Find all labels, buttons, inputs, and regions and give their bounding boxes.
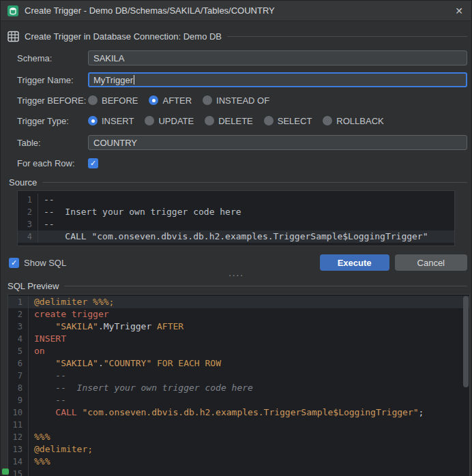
line-number: 2 xyxy=(8,308,29,321)
radio-icon xyxy=(145,116,154,125)
radio-icon xyxy=(149,95,158,105)
radio-icon xyxy=(88,95,98,105)
code-line: 5on xyxy=(8,345,469,357)
cancel-button[interactable]: Cancel xyxy=(395,254,467,271)
schema-label: Schema: xyxy=(17,53,88,63)
code-line: 15 xyxy=(8,468,469,476)
line-text: -- xyxy=(38,218,55,230)
source-editor[interactable]: 1--2-- Insert your own trigger code here… xyxy=(17,190,455,246)
radio-after[interactable]: AFTER xyxy=(149,95,192,106)
sql-preview-label: SQL Preview xyxy=(8,281,59,291)
radio-instead-of[interactable]: INSTEAD OF xyxy=(203,95,269,106)
execute-button[interactable]: Execute xyxy=(320,254,389,271)
trigger-type-row: Trigger Type: INSERT UPDATE DELETE SELEC… xyxy=(17,114,467,128)
line-number: 14 xyxy=(8,456,29,468)
schema-value: SAKILA xyxy=(93,53,125,63)
code-line: 11 xyxy=(8,419,469,431)
code-token: -- xyxy=(34,395,66,405)
code-token: @delimiter; xyxy=(34,444,93,454)
code-token xyxy=(34,358,55,368)
code-token xyxy=(34,321,55,331)
radio-delete[interactable]: DELETE xyxy=(205,116,253,126)
for-each-row-row: For each Row: ✓ xyxy=(17,156,467,170)
code-token: CALL xyxy=(55,407,76,417)
code-token: "SAKILA" xyxy=(55,358,98,368)
trigger-before-row: Trigger BEFORE: BEFORE AFTER INSTEAD OF xyxy=(17,93,467,107)
code-token xyxy=(34,407,55,417)
code-token: AFTER xyxy=(157,321,183,331)
code-line: 12%%% xyxy=(8,431,469,443)
code-token: @delimiter %%%; xyxy=(34,297,114,307)
line-text: on xyxy=(29,345,45,357)
code-token: %%% xyxy=(34,456,50,466)
table-input[interactable]: COUNTRY xyxy=(88,135,467,150)
code-token: -- xyxy=(44,194,55,205)
code-token: %%% xyxy=(34,432,50,442)
code-line: 3-- xyxy=(18,218,454,230)
code-token: . xyxy=(98,358,104,368)
radio-label: BEFORE xyxy=(102,95,138,106)
line-text: INSERT xyxy=(29,333,66,345)
line-number: 7 xyxy=(8,370,29,382)
code-line: 4 CALL "com.onseven.dbvis.db.h2.examples… xyxy=(18,230,454,243)
schema-input[interactable]: SAKILA xyxy=(88,50,467,65)
trigger-name-input[interactable]: MyTrigger xyxy=(88,72,467,87)
code-token: create trigger xyxy=(34,309,109,319)
line-text: -- Insert your own trigger code here xyxy=(29,382,253,394)
app-icon xyxy=(8,5,18,16)
create-trigger-dialog: Create Trigger - Demo DB/Schemas/SAKILA/… xyxy=(0,0,472,476)
line-text: "SAKILA"."COUNTRY" FOR EACH ROW xyxy=(29,357,221,370)
line-number: 4 xyxy=(8,333,29,345)
line-text xyxy=(29,468,34,476)
show-sql-checkbox[interactable]: ✓ xyxy=(9,258,19,268)
table-value: COUNTRY xyxy=(93,138,137,148)
line-number: 1 xyxy=(8,296,29,308)
show-sql-toggle[interactable]: ✓ Show SQL xyxy=(9,258,66,268)
line-text: create trigger xyxy=(29,308,109,321)
radio-icon xyxy=(264,116,274,125)
schema-row: Schema: SAKILA xyxy=(17,50,467,66)
radio-select[interactable]: SELECT xyxy=(264,116,312,126)
radio-update[interactable]: UPDATE xyxy=(145,116,194,126)
line-text: CALL "com.onseven.dbvis.db.h2.examples.T… xyxy=(38,230,428,243)
code-token: -- Insert your own trigger code here xyxy=(34,383,253,393)
line-text: @delimiter %%%; xyxy=(29,296,114,308)
line-text: %%% xyxy=(29,431,50,443)
line-text: -- Insert your own trigger code here xyxy=(38,206,241,218)
scrollbar-thumb[interactable] xyxy=(463,296,469,387)
line-number: 13 xyxy=(8,443,29,456)
actions-bar: ✓ Show SQL Execute Cancel xyxy=(9,254,467,271)
line-number: 2 xyxy=(18,206,38,218)
code-line: 4INSERT xyxy=(8,333,469,345)
line-number: 15 xyxy=(8,468,29,476)
line-number: 8 xyxy=(8,382,29,394)
source-lines: 1--2-- Insert your own trigger code here… xyxy=(18,194,454,243)
trigger-name-value: MyTrigger xyxy=(93,75,133,85)
vertical-scrollbar[interactable] xyxy=(462,295,469,476)
radio-label: SELECT xyxy=(278,116,312,126)
for-each-row-checkbox[interactable]: ✓ xyxy=(88,158,98,168)
code-token: ; xyxy=(419,407,424,417)
code-line: 2-- Insert your own trigger code here xyxy=(18,206,454,218)
radio-insert[interactable]: INSERT xyxy=(88,116,134,126)
code-line: 1@delimiter %%%; xyxy=(8,296,469,308)
line-text: -- xyxy=(29,370,66,382)
line-number: 12 xyxy=(8,431,29,443)
radio-before[interactable]: BEFORE xyxy=(88,95,138,106)
code-token: "COUNTRY" xyxy=(104,358,151,368)
code-line: 13@delimiter; xyxy=(8,443,469,456)
splitter-handle[interactable]: ···· xyxy=(1,272,471,280)
divider-line xyxy=(64,286,467,286)
text-caret xyxy=(134,75,134,85)
close-icon[interactable]: ✕ xyxy=(455,6,463,16)
radio-icon xyxy=(323,116,332,125)
code-line: 3 "SAKILA".MyTrigger AFTER xyxy=(8,321,469,333)
trigger-name-row: Trigger Name: MyTrigger xyxy=(17,72,467,88)
table-grid-icon xyxy=(8,31,19,42)
code-token: on xyxy=(34,346,45,356)
radio-rollback[interactable]: ROLLBACK xyxy=(323,116,383,126)
line-number: 4 xyxy=(18,230,38,243)
sql-preview-editor[interactable]: 1@delimiter %%%;2create trigger3 "SAKILA… xyxy=(8,294,470,476)
line-text xyxy=(29,419,34,431)
code-line: 1-- xyxy=(18,194,454,206)
